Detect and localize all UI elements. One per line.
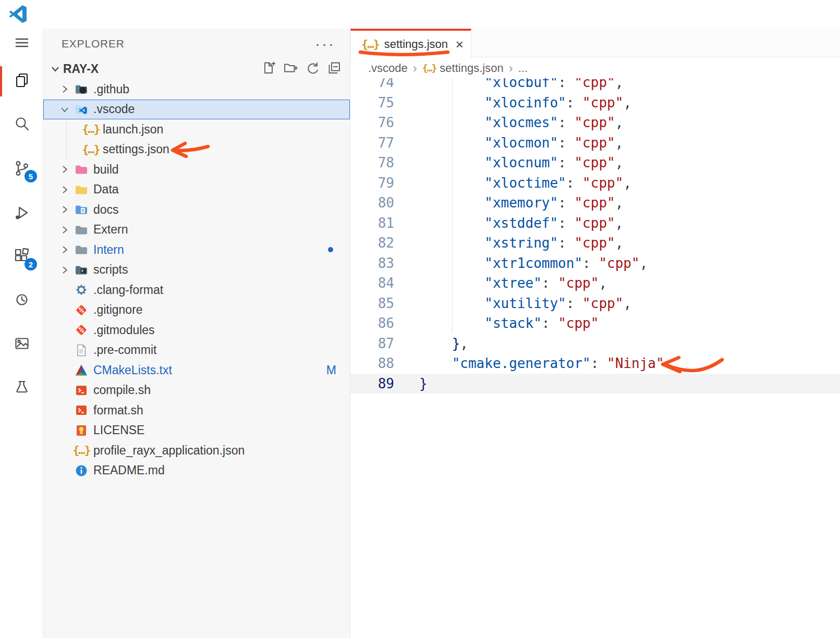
line-number: 86: [350, 313, 394, 334]
title-bar: [0, 0, 840, 29]
indent-guide: [452, 293, 453, 314]
tree-item-extern[interactable]: Extern: [43, 220, 350, 240]
line-content: },: [394, 334, 840, 354]
code-line-77[interactable]: 77 "xlocmon": "cpp",: [350, 133, 840, 153]
indent-guide: [452, 313, 453, 334]
code-line-84[interactable]: 84 "xtree": "cpp",: [350, 273, 840, 293]
tree-item-profile-rayx-application-json[interactable]: {…}profile_rayx_application.json: [43, 440, 350, 461]
line-number: 76: [350, 113, 394, 133]
line-content: "xlocbuf": "cpp",: [394, 78, 840, 93]
line-number: 84: [350, 273, 394, 293]
tree-item-readme-md[interactable]: README.md: [43, 461, 350, 481]
chevron-right-icon: [57, 244, 72, 255]
line-content: "stack": "cpp": [394, 313, 840, 334]
line-content: "xstring": "cpp",: [394, 233, 840, 253]
tree-item-compile-sh[interactable]: compile.sh: [43, 381, 350, 401]
item-label: .gitmodules: [93, 323, 155, 337]
tree-item-launch-json[interactable]: {…}launch.json: [43, 119, 350, 140]
tree-item-format-sh[interactable]: format.sh: [43, 400, 350, 421]
indent-guide: [452, 253, 453, 274]
activity-source-control[interactable]: 5: [0, 156, 43, 182]
tree-item-build[interactable]: build: [43, 160, 350, 180]
tree-item-scripts[interactable]: scripts: [43, 260, 350, 280]
folder-plain-icon: [72, 242, 90, 257]
code-line-88[interactable]: 88 "cmake.generator": "Ninja": [350, 353, 840, 374]
tree-item-clang-format[interactable]: .clang-format: [43, 280, 350, 300]
chevron-right-icon: [57, 185, 72, 195]
search-icon: [13, 115, 31, 136]
code-line-83[interactable]: 83 "xtr1common": "cpp",: [350, 253, 840, 274]
line-number: 85: [350, 293, 394, 314]
git-file-icon: [72, 323, 90, 337]
active-indicator: [0, 66, 2, 96]
tree-item-pre-commit[interactable]: .pre-commit: [43, 340, 350, 361]
collapse-all-icon[interactable]: [327, 60, 342, 77]
tab-settings-json[interactable]: {…} settings.json ×: [350, 29, 471, 58]
item-label: format.sh: [93, 403, 143, 418]
new-folder-icon[interactable]: [283, 60, 298, 77]
license-file-icon: [72, 423, 90, 438]
tree-item-cmakelists-txt[interactable]: CMakeLists.txtM: [43, 360, 350, 381]
code-line-79[interactable]: 79 "xloctime": "cpp",: [350, 173, 840, 193]
code-line-86[interactable]: 86 "stack": "cpp": [350, 313, 840, 334]
activity-explorer[interactable]: [0, 68, 43, 94]
info-file-icon: [72, 463, 90, 478]
code-line-76[interactable]: 76 "xlocmes": "cpp",: [350, 113, 840, 133]
activity-tests[interactable]: [0, 375, 43, 401]
tree-item-intern[interactable]: Intern: [43, 240, 350, 260]
badge-count: 2: [25, 258, 37, 271]
new-file-icon[interactable]: [261, 60, 276, 77]
json-file-icon: {…}: [82, 144, 100, 155]
tree-item-license[interactable]: LICENSE: [43, 421, 350, 441]
item-label: Intern: [93, 243, 124, 257]
breadcrumb-item-settings-json[interactable]: {…}settings.json: [422, 62, 504, 75]
project-section-header[interactable]: RAY-X: [43, 58, 350, 79]
code-line-75[interactable]: 75 "xlocinfo": "cpp",: [350, 93, 840, 113]
activity-history[interactable]: [0, 288, 43, 314]
clock-icon: [13, 290, 31, 311]
json-icon: {…}: [361, 39, 379, 50]
plain-file-icon: [72, 343, 90, 358]
tree-item-settings-json[interactable]: {…}settings.json: [43, 140, 350, 160]
code-line-81[interactable]: 81 "xstddef": "cpp",: [350, 213, 840, 234]
code-editor[interactable]: 74 "xlocbuf": "cpp",75 "xlocinfo": "cpp"…: [350, 78, 840, 638]
code-line-74[interactable]: 74 "xlocbuf": "cpp",: [350, 78, 840, 93]
tab-bar: {…} settings.json ×: [350, 29, 840, 57]
activity-menu[interactable]: [0, 31, 43, 57]
tree-item-data[interactable]: Data: [43, 180, 350, 200]
line-number: 74: [350, 78, 394, 93]
line-number: 82: [350, 233, 394, 253]
tree-item-gitignore[interactable]: .gitignore: [43, 300, 350, 321]
file-tree: .github.vscode{…}launch.json{…}settings.…: [43, 79, 350, 481]
tree-item-vscode[interactable]: .vscode: [43, 100, 350, 120]
breadcrumb-item-vscode[interactable]: .vscode: [368, 62, 408, 75]
breadcrumb-label: settings.json: [440, 62, 503, 75]
modified-dot: [328, 247, 333, 252]
vscode-logo-icon: [8, 4, 28, 24]
code-line-78[interactable]: 78 "xlocnum": "cpp",: [350, 153, 840, 173]
breadcrumb-separator-icon: ›: [413, 61, 417, 76]
activity-image-preview[interactable]: [0, 332, 43, 358]
git-modified-badge: M: [326, 363, 336, 377]
refresh-icon[interactable]: [305, 60, 320, 77]
breadcrumb-label: .vscode: [368, 62, 408, 75]
tree-item-docs[interactable]: docs: [43, 200, 350, 220]
activity-search[interactable]: [0, 112, 43, 138]
indent-guide: [452, 133, 453, 153]
code-line-89[interactable]: 89}: [350, 374, 840, 394]
code-line-82[interactable]: 82 "xstring": "cpp",: [350, 233, 840, 253]
close-icon[interactable]: ×: [456, 38, 464, 51]
folder-data-icon: [72, 182, 90, 197]
breadcrumb-item-[interactable]: ...: [518, 62, 528, 75]
activity-extensions[interactable]: 2: [0, 244, 43, 271]
tree-item-gitmodules[interactable]: .gitmodules: [43, 320, 350, 340]
code-line-87[interactable]: 87 },: [350, 334, 840, 354]
more-actions-icon[interactable]: ···: [315, 39, 335, 49]
tree-item-github[interactable]: .github: [43, 79, 350, 100]
indent-guide: [452, 113, 453, 133]
code-line-85[interactable]: 85 "xutility": "cpp",: [350, 293, 840, 314]
activity-run-debug[interactable]: [0, 201, 43, 227]
debug-icon: [13, 203, 31, 224]
code-line-80[interactable]: 80 "xmemory": "cpp",: [350, 193, 840, 213]
line-content: "xloctime": "cpp",: [394, 173, 840, 193]
